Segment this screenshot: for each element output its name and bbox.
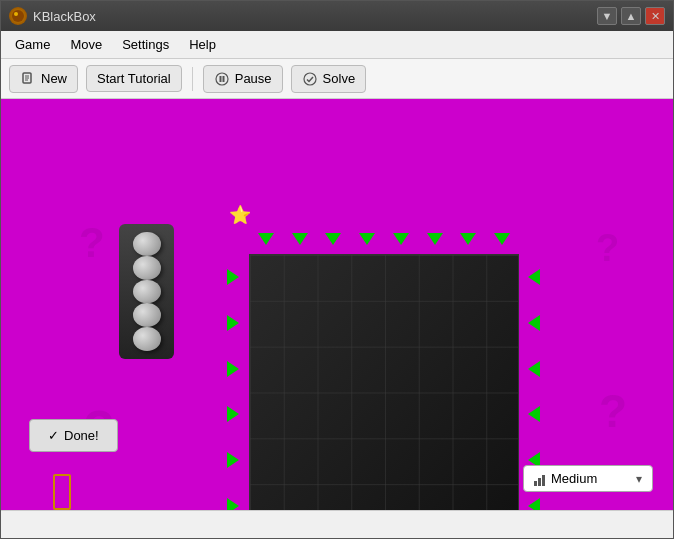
svg-rect-8 — [222, 76, 224, 82]
titlebar-left: KBlackBox — [9, 7, 96, 25]
svg-point-6 — [216, 73, 228, 85]
ball-panel — [119, 224, 174, 359]
toolbar: New Start Tutorial Pause Sol — [1, 59, 673, 99]
game-area: ? ? ? ? ? ⭐ — [1, 99, 673, 510]
ball-5 — [133, 327, 161, 351]
arrow-left-6[interactable] — [227, 498, 239, 510]
cursor-marker — [53, 474, 71, 510]
app-icon — [9, 7, 27, 25]
svg-point-9 — [304, 73, 316, 85]
menu-settings[interactable]: Settings — [112, 33, 179, 56]
new-icon — [20, 71, 36, 87]
maximize-button[interactable]: ▲ — [621, 7, 641, 25]
svg-rect-7 — [219, 76, 221, 82]
arrow-top-3[interactable] — [325, 233, 341, 245]
arrow-top-8[interactable] — [494, 233, 510, 245]
game-board[interactable] — [249, 254, 519, 510]
arrows-left — [221, 254, 245, 510]
done-button-label: Done! — [64, 428, 99, 443]
pause-button[interactable]: Pause — [203, 65, 283, 93]
arrow-right-2[interactable] — [528, 315, 540, 331]
titlebar: KBlackBox ▼ ▲ ✕ — [1, 1, 673, 31]
arrows-top — [249, 229, 519, 249]
arrow-left-1[interactable] — [227, 269, 239, 285]
ball-3 — [133, 280, 161, 304]
arrow-right-1[interactable] — [528, 269, 540, 285]
arrow-top-1[interactable] — [258, 233, 274, 245]
pause-button-label: Pause — [235, 71, 272, 86]
arrow-left-3[interactable] — [227, 361, 239, 377]
done-button[interactable]: ✓ Done! — [29, 419, 118, 452]
toolbar-separator-1 — [192, 67, 193, 91]
svg-point-0 — [12, 10, 24, 22]
difficulty-current: Medium — [551, 471, 597, 486]
menu-game[interactable]: Game — [5, 33, 60, 56]
decoration-qmark-1: ? — [79, 219, 105, 267]
arrow-top-6[interactable] — [427, 233, 443, 245]
solve-button-label: Solve — [323, 71, 356, 86]
difficulty-bar-icon — [534, 472, 545, 486]
decoration-qmark-3: ? — [596, 227, 619, 270]
ball-2 — [133, 256, 161, 280]
solve-button[interactable]: Solve — [291, 65, 367, 93]
menu-help[interactable]: Help — [179, 33, 226, 56]
pause-icon — [214, 71, 230, 87]
done-check-icon: ✓ — [48, 428, 59, 443]
arrow-top-2[interactable] — [292, 233, 308, 245]
difficulty-dropdown[interactable]: Medium ▾ — [523, 465, 653, 492]
arrow-right-3[interactable] — [528, 361, 540, 377]
difficulty-value-display: Medium — [534, 471, 597, 486]
arrow-right-4[interactable] — [528, 406, 540, 422]
main-window: KBlackBox ▼ ▲ ✕ Game Move Settings Help … — [0, 0, 674, 539]
decoration-qmark-4: ? — [599, 384, 627, 438]
ball-4 — [133, 303, 161, 327]
ball-1 — [133, 232, 161, 256]
arrow-left-5[interactable] — [227, 452, 239, 468]
arrow-top-5[interactable] — [393, 233, 409, 245]
statusbar — [1, 510, 673, 538]
arrow-top-4[interactable] — [359, 233, 375, 245]
new-button[interactable]: New — [9, 65, 78, 93]
menu-move[interactable]: Move — [60, 33, 112, 56]
difficulty-selector[interactable]: Medium ▾ — [523, 465, 653, 492]
svg-point-1 — [14, 12, 18, 16]
titlebar-controls: ▼ ▲ ✕ — [597, 7, 665, 25]
close-button[interactable]: ✕ — [645, 7, 665, 25]
menubar: Game Move Settings Help — [1, 31, 673, 59]
arrow-left-2[interactable] — [227, 315, 239, 331]
window-title: KBlackBox — [33, 9, 96, 24]
arrow-left-4[interactable] — [227, 406, 239, 422]
arrow-top-7[interactable] — [460, 233, 476, 245]
dropdown-arrow-icon: ▾ — [636, 472, 642, 486]
solve-icon — [302, 71, 318, 87]
start-tutorial-button[interactable]: Start Tutorial — [86, 65, 182, 92]
decoration-qmark-5: ? — [606, 509, 638, 510]
new-button-label: New — [41, 71, 67, 86]
start-tutorial-label: Start Tutorial — [97, 71, 171, 86]
star-indicator: ⭐ — [229, 204, 251, 226]
arrow-right-6[interactable] — [528, 498, 540, 510]
minimize-button[interactable]: ▼ — [597, 7, 617, 25]
